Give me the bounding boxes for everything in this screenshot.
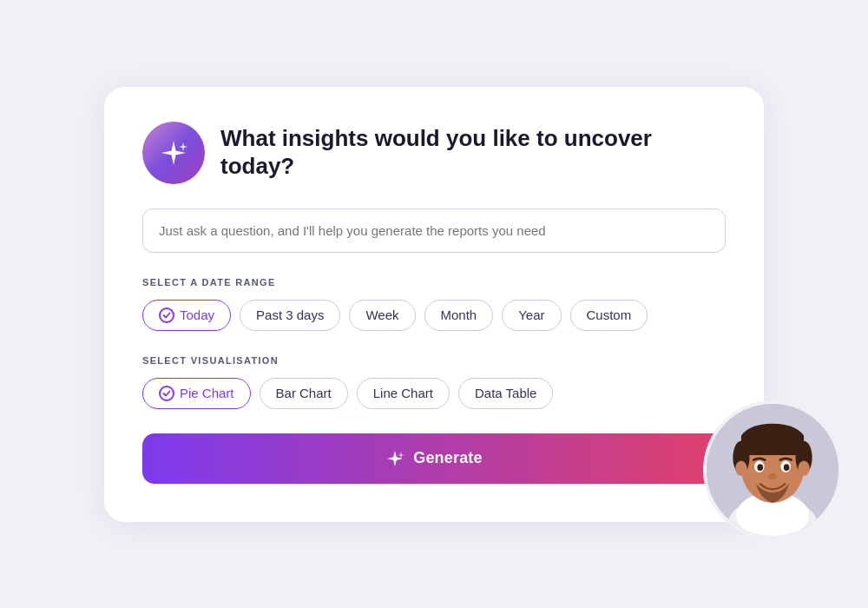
chip-label: Data Table (475, 386, 536, 400)
visualisation-section: SELECT VISUALISATION Pie Chart Bar Chart… (142, 355, 726, 409)
visualisation-chips: Pie Chart Bar ChartLine ChartData Table (142, 378, 726, 409)
chip-label: Today (180, 307, 214, 322)
svg-rect-8 (741, 433, 804, 455)
chip-label: Month (441, 307, 477, 322)
visualisation-label: SELECT VISUALISATION (142, 355, 726, 366)
header: What insights would you like to uncover … (142, 122, 726, 184)
avatar (703, 400, 842, 539)
sparkle-small-icon (385, 449, 404, 468)
generate-label: Generate (413, 449, 482, 467)
person-image (707, 404, 838, 536)
svg-point-15 (768, 473, 777, 479)
ai-icon-bg (142, 122, 205, 184)
vis-chip-pie[interactable]: Pie Chart (142, 378, 251, 409)
sparkle-icon (158, 137, 189, 169)
chip-label: Bar Chart (276, 386, 332, 400)
vis-chip-bar[interactable]: Bar Chart (260, 378, 348, 409)
page-title: What insights would you like to uncover … (220, 125, 726, 179)
search-input[interactable] (142, 208, 726, 253)
chip-check-icon (159, 307, 174, 323)
vis-chip-table[interactable]: Data Table (458, 378, 553, 409)
date-range-label: SELECT A DATE RANGE (142, 277, 726, 287)
date-chip-year[interactable]: Year (502, 300, 561, 331)
date-chip-week[interactable]: Week (349, 300, 415, 331)
date-chip-custom[interactable]: Custom (570, 300, 648, 331)
chip-check-icon (159, 386, 174, 401)
chip-label: Past 3 days (256, 307, 324, 322)
date-chip-past3days[interactable]: Past 3 days (240, 300, 340, 331)
date-chip-today[interactable]: Today (142, 300, 231, 331)
date-range-chips: Today Past 3 daysWeekMonthYearCustom (142, 300, 726, 331)
chip-label: Pie Chart (180, 386, 234, 400)
generate-button[interactable]: Generate (142, 433, 726, 484)
svg-point-9 (735, 460, 746, 475)
chip-label: Year (518, 307, 544, 322)
date-range-section: SELECT A DATE RANGE Today Past 3 daysWee… (142, 277, 726, 331)
svg-point-14 (784, 464, 790, 471)
svg-point-13 (757, 464, 763, 471)
main-card: What insights would you like to uncover … (104, 87, 764, 522)
chip-label: Line Chart (373, 386, 433, 400)
chip-label: Custom (587, 307, 632, 322)
vis-chip-line[interactable]: Line Chart (357, 378, 450, 409)
scene: What insights would you like to uncover … (43, 87, 825, 522)
date-chip-month[interactable]: Month (424, 300, 494, 331)
chip-label: Week (365, 307, 398, 322)
svg-point-10 (798, 460, 809, 475)
